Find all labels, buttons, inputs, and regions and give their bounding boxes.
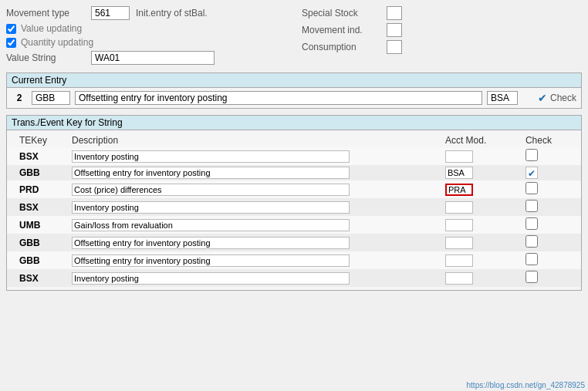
- col-check: Check: [521, 133, 581, 147]
- current-entry-row: 2 ✔ Check: [12, 91, 576, 105]
- tekey-value: GBB: [19, 238, 40, 248]
- movement-ind-input[interactable]: [387, 23, 402, 37]
- acct-mod-input[interactable]: [445, 167, 473, 179]
- description-input[interactable]: [72, 201, 350, 214]
- check-checkbox[interactable]: [525, 271, 538, 283]
- table-row: BSX: [7, 198, 581, 216]
- table-row: PRD: [7, 180, 581, 198]
- movement-type-label: Movement type: [6, 8, 91, 19]
- table-row: GBB✔: [7, 165, 581, 180]
- table-row: GBB: [7, 251, 581, 269]
- table-row: BSX: [7, 147, 581, 165]
- movement-ind-row: Movement ind.: [302, 23, 582, 37]
- te-table: TEKey Description Acct Mod. Check BSXGBB…: [7, 133, 581, 287]
- description-input[interactable]: [72, 150, 350, 163]
- check-checkbox[interactable]: [525, 253, 538, 265]
- te-table-header-row: TEKey Description Acct Mod. Check: [7, 133, 581, 147]
- acct-mod-input[interactable]: [445, 150, 473, 163]
- consumption-row: Consumption: [302, 40, 582, 54]
- movement-type-input[interactable]: [91, 6, 130, 20]
- col-description: Description: [67, 133, 441, 147]
- acct-mod-input[interactable]: [445, 272, 473, 285]
- consumption-input[interactable]: [387, 40, 402, 54]
- top-section: Movement type Init.entry of stBal. Value…: [6, 6, 582, 68]
- movement-ind-label: Movement ind.: [302, 25, 387, 35]
- value-string-label: Value String: [6, 52, 91, 63]
- tekey-value: GBB: [19, 167, 40, 178]
- special-stock-row: Special Stock: [302, 6, 582, 20]
- entry-desc-input[interactable]: [75, 91, 482, 105]
- quantity-updating-checkbox[interactable]: [6, 38, 16, 48]
- consumption-label: Consumption: [302, 42, 387, 52]
- check-checkbox[interactable]: [525, 217, 538, 230]
- value-updating-row: Value updating: [6, 23, 286, 34]
- tekey-value: PRD: [19, 184, 39, 195]
- tekey-value: BSX: [19, 151, 39, 162]
- te-section: Trans./Event Key for String TEKey Descri…: [6, 115, 582, 291]
- check-checkbox[interactable]: [525, 200, 538, 212]
- te-section-title: Trans./Event Key for String: [12, 117, 123, 128]
- main-container: Movement type Init.entry of stBal. Value…: [0, 0, 588, 391]
- entry-acct-input[interactable]: [487, 91, 518, 105]
- description-input[interactable]: [72, 184, 350, 196]
- entry-check-label: Check: [550, 93, 576, 103]
- description-input[interactable]: [72, 237, 350, 249]
- special-stock-input[interactable]: [387, 6, 402, 20]
- acct-mod-input[interactable]: [445, 254, 473, 267]
- current-entry-content: 2 ✔ Check: [7, 88, 581, 108]
- acct-mod-input[interactable]: [445, 237, 473, 249]
- description-input[interactable]: [72, 167, 350, 179]
- entry-check-icon: ✔: [538, 92, 547, 104]
- value-string-input[interactable]: [91, 51, 215, 65]
- tekey-value: GBB: [19, 255, 40, 266]
- init-entry-label: Init.entry of stBal.: [136, 8, 208, 19]
- description-input[interactable]: [72, 219, 350, 231]
- check-checkbox[interactable]: [525, 182, 538, 194]
- acct-mod-input[interactable]: [445, 184, 473, 196]
- check-checkbox[interactable]: [525, 235, 538, 248]
- te-section-header: Trans./Event Key for String: [7, 116, 581, 130]
- te-section-content: TEKey Description Acct Mod. Check BSXGBB…: [7, 130, 581, 290]
- col-acct-mod: Acct Mod.: [441, 133, 521, 147]
- quantity-updating-row: Quantity updating: [6, 37, 286, 48]
- current-entry-title: Current Entry: [12, 75, 66, 86]
- table-row: GBB: [7, 234, 581, 251]
- watermark: https://blog.csdn.net/gn_42878925: [467, 381, 585, 389]
- top-right: Special Stock Movement ind. Consumption: [286, 6, 582, 68]
- acct-mod-input[interactable]: [445, 219, 473, 231]
- value-string-row: Value String: [6, 51, 286, 65]
- value-updating-checkbox[interactable]: [6, 24, 16, 34]
- tekey-value: UMB: [19, 220, 40, 231]
- check-icon: ✔: [525, 167, 538, 179]
- movement-type-row: Movement type Init.entry of stBal.: [6, 6, 286, 20]
- description-input[interactable]: [72, 254, 350, 267]
- check-checkbox[interactable]: [525, 149, 538, 161]
- current-entry-section: Current Entry 2 ✔ Check: [6, 72, 582, 109]
- special-stock-label: Special Stock: [302, 8, 387, 19]
- entry-num: 2: [12, 93, 27, 103]
- value-updating-label: Value updating: [21, 23, 82, 34]
- description-input[interactable]: [72, 272, 350, 285]
- tekey-value: BSX: [19, 273, 39, 284]
- table-row: BSX: [7, 269, 581, 287]
- quantity-updating-label: Quantity updating: [21, 37, 93, 48]
- col-tekey: TEKey: [7, 133, 67, 147]
- table-row: UMB: [7, 216, 581, 234]
- entry-code-input[interactable]: [32, 91, 70, 105]
- entry-check-container: ✔ Check: [538, 92, 576, 104]
- current-entry-header: Current Entry: [7, 73, 581, 88]
- tekey-value: BSX: [19, 202, 39, 213]
- acct-mod-input[interactable]: [445, 201, 473, 214]
- top-left: Movement type Init.entry of stBal. Value…: [6, 6, 286, 68]
